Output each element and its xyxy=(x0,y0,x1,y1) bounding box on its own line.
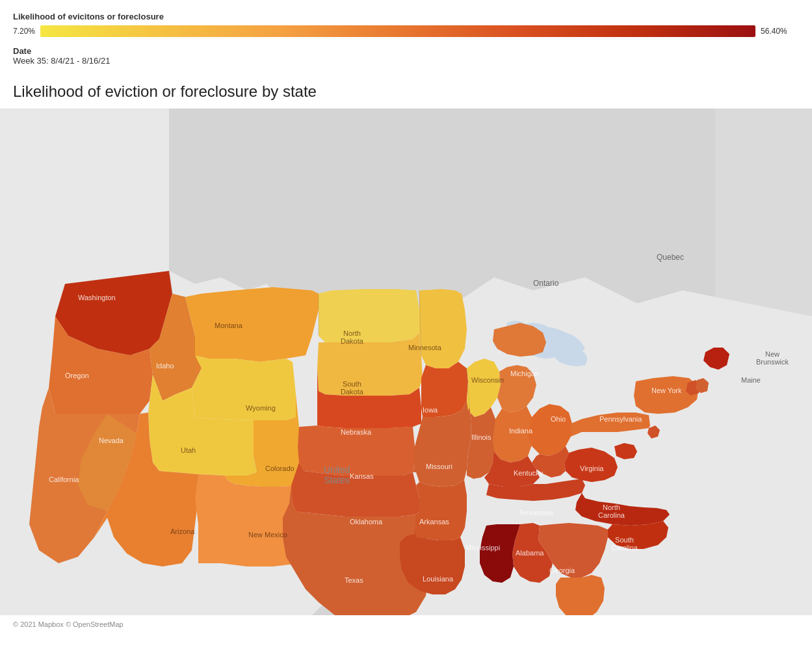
date-value: Week 35: 8/4/21 - 8/16/21 xyxy=(13,56,799,66)
legend-bar-container: 7.20% 56.40% xyxy=(13,25,799,37)
map-container: Washington Oregon California Idaho Nevad… xyxy=(0,108,812,615)
date-label: Date xyxy=(13,46,799,56)
top-section: Likelihood of evicitons or foreclosure 7… xyxy=(0,0,812,83)
legend-bar xyxy=(40,25,755,37)
map-title: Likelihood of eviction or foreclosure by… xyxy=(0,83,812,101)
legend-min-label: 7.20% xyxy=(13,27,35,36)
date-section: Date Week 35: 8/4/21 - 8/16/21 xyxy=(13,46,799,66)
legend-max-label: 56.40% xyxy=(761,27,787,36)
footer-text: © 2021 Mapbox © OpenStreetMap xyxy=(13,620,124,628)
legend-title: Likelihood of evicitons or foreclosure xyxy=(13,12,799,21)
footer: © 2021 Mapbox © OpenStreetMap xyxy=(0,615,812,633)
svg-rect-1 xyxy=(715,108,812,615)
